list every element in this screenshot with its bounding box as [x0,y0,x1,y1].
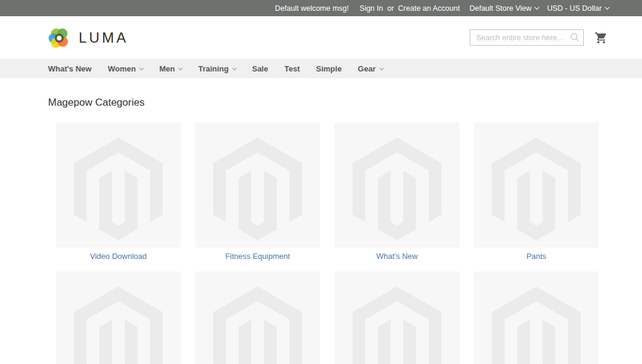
currency-switcher[interactable]: USD - US Dollar [547,4,609,13]
chevron-down-icon [605,4,610,9]
nav-item-men[interactable]: Men [159,64,182,73]
category-placeholder-image [56,271,181,364]
search-input[interactable] [470,29,584,46]
search-box [470,29,584,46]
nav-label: Gear [358,64,376,73]
category-link-label: What's New [335,252,459,261]
store-view-label: Default Store View [470,4,531,13]
magento-placeholder-icon [492,138,581,240]
nav-item-sale[interactable]: Sale [252,64,268,73]
nav-item-training[interactable]: Training [198,64,236,73]
category-link-label: Fitness Equipment [195,252,320,261]
nav-label: Men [159,64,175,73]
nav-label: Training [198,64,229,73]
nav-item-women[interactable]: Women [108,64,143,73]
category-link-label: Video Download [56,252,181,261]
minicart-button[interactable] [595,31,608,44]
chevron-down-icon [178,65,183,70]
top-panel: Default welcome msg! Sign In or Create a… [0,0,642,16]
category-placeholder-image [474,123,599,247]
category-card[interactable] [195,271,320,364]
magento-placeholder-icon [492,287,581,364]
nav-label: Simple [316,64,342,73]
search-button[interactable] [569,32,581,44]
category-card[interactable]: Pants [474,123,599,261]
nav-item-simple[interactable]: Simple [316,64,342,73]
magento-placeholder-icon [213,287,302,364]
nav-item-gear[interactable]: Gear [358,64,383,73]
create-account-link[interactable]: Create an Account [398,4,460,13]
category-card[interactable] [474,271,599,364]
chevron-down-icon [139,65,144,70]
main-content: Magepow Categories Video Download Fitnes… [0,97,642,364]
category-card[interactable]: Fitness Equipment [195,123,320,261]
magnifier-icon [569,32,580,43]
category-placeholder-image [195,271,320,364]
nav-label: Women [108,64,136,73]
nav-item-test[interactable]: Test [284,64,300,73]
luma-logo[interactable]: LUMA [48,27,129,49]
store-view-switcher[interactable]: Default Store View [470,4,539,13]
category-placeholder-image [335,123,459,247]
category-card[interactable] [56,271,181,364]
category-placeholder-image [335,271,459,364]
category-placeholder-image [195,123,320,247]
magento-placeholder-icon [213,138,302,240]
cart-icon [595,31,608,44]
nav-label: What's New [48,64,91,73]
category-grid: Video Download Fitness Equipment What's … [48,123,594,364]
magento-placeholder-icon [353,138,441,240]
magento-placeholder-icon [353,287,441,364]
luma-logo-icon [48,27,71,49]
nav-label: Test [284,64,300,73]
nav-item-whats-new[interactable]: What's New [48,64,91,73]
currency-label: USD - US Dollar [547,4,602,13]
logo-text: LUMA [79,29,129,46]
or-text: or [387,4,394,13]
category-link-label: Pants [474,252,599,261]
header: LUMA [0,16,642,59]
chevron-down-icon [379,65,383,70]
chevron-down-icon [534,4,539,9]
category-card[interactable]: Video Download [56,123,181,261]
welcome-message: Default welcome msg! [275,4,349,13]
nav-label: Sale [252,64,268,73]
sign-in-link[interactable]: Sign In [360,4,383,13]
category-placeholder-image [474,271,599,364]
category-placeholder-image [56,123,181,247]
page-title: Magepow Categories [48,97,594,109]
main-navigation: What's New Women Men Training Sale Test … [0,59,642,78]
category-card[interactable]: What's New [335,123,459,261]
magento-placeholder-icon [74,287,163,364]
magento-placeholder-icon [74,138,163,240]
category-card[interactable] [335,271,459,364]
chevron-down-icon [232,65,237,70]
